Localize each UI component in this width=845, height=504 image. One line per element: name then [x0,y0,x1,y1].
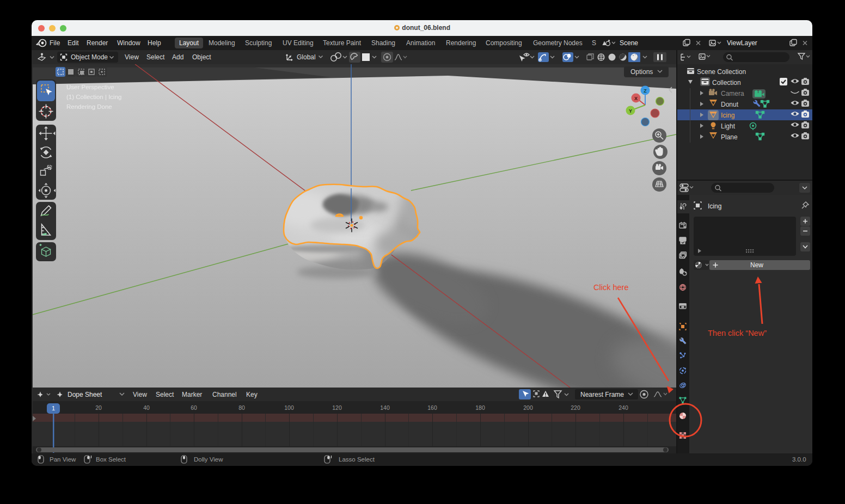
svg-text:Y: Y [629,108,632,114]
svg-text:Scene Collection: Scene Collection [697,68,746,76]
svg-text:Key: Key [246,391,258,398]
svg-text:220: 220 [571,404,580,411]
svg-text:Plane: Plane [721,133,738,141]
svg-text:140: 140 [380,404,390,411]
svg-text:160: 160 [427,404,437,411]
svg-text:80: 80 [238,404,245,411]
svg-text:Icing: Icing [708,202,721,210]
svg-text:Donut: Donut [721,101,739,108]
svg-text:Options: Options [630,68,653,76]
svg-text:Lasso Select: Lasso Select [339,456,375,463]
svg-text:New: New [750,261,763,269]
svg-text:Icing: Icing [721,112,734,119]
svg-text:X: X [634,96,638,101]
svg-text:(1) Collection | Icing: (1) Collection | Icing [66,94,121,100]
svg-text:100: 100 [284,404,294,411]
svg-text:Z: Z [644,88,647,94]
svg-text:60: 60 [191,404,197,411]
svg-text:120: 120 [332,404,342,411]
svg-text:Rendering Done: Rendering Done [66,103,112,110]
svg-text:Nearest Frame: Nearest Frame [580,391,624,398]
svg-text:Box Select: Box Select [96,456,126,463]
svg-text:Dolly View: Dolly View [194,456,223,463]
svg-text:240: 240 [619,404,628,411]
svg-text:3.0.0: 3.0.0 [792,456,806,463]
svg-text:200: 200 [523,404,533,411]
svg-text:Pan View: Pan View [50,456,76,463]
svg-text:Camera: Camera [721,90,744,97]
svg-text:View: View [133,391,147,398]
svg-text:Dope Sheet: Dope Sheet [68,391,102,398]
svg-text:Marker: Marker [182,391,202,398]
svg-text:40: 40 [143,404,150,411]
svg-text:180: 180 [475,404,485,411]
svg-text:Light: Light [721,122,736,130]
svg-text:Collection: Collection [712,79,741,87]
svg-text:Channel: Channel [212,391,237,398]
svg-text:20: 20 [95,404,102,411]
svg-text:Select: Select [156,391,174,398]
svg-text:User Perspective: User Perspective [66,84,114,90]
svg-text:1: 1 [52,405,55,411]
